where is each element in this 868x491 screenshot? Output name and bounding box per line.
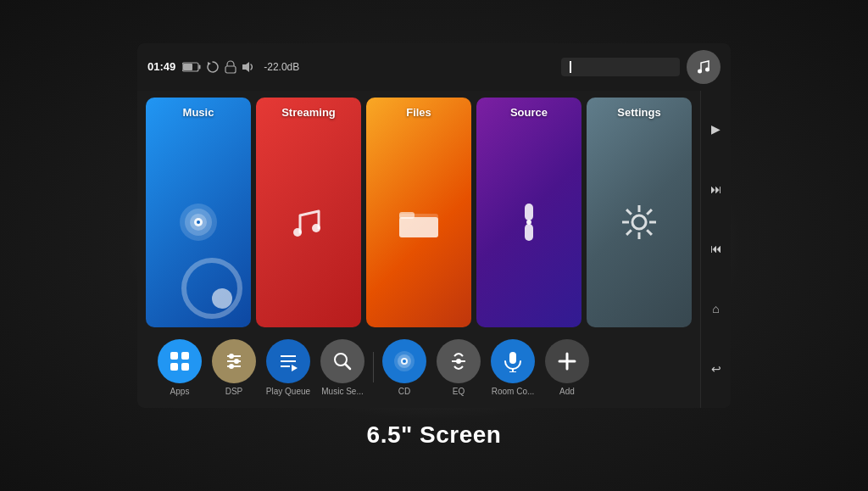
shortcut-eq-btn[interactable] <box>437 339 481 383</box>
svg-rect-18 <box>525 204 533 220</box>
shortcut-apps[interactable]: Apps <box>154 339 205 396</box>
apps-grid-icon <box>169 350 191 372</box>
shortcut-playqueue-label: Play Queue <box>266 387 310 396</box>
prev-button[interactable]: ⏮ <box>704 237 728 260</box>
play-queue-icon <box>277 350 299 372</box>
status-time: 01:49 <box>147 60 175 73</box>
svg-line-28 <box>647 230 652 235</box>
svg-point-12 <box>197 220 200 224</box>
screen-size-label: 6.5" Screen <box>367 421 502 449</box>
add-plus-icon <box>556 350 578 372</box>
svg-point-40 <box>229 364 234 369</box>
tile-settings-label: Settings <box>617 106 660 119</box>
shortcut-dsp-label: DSP <box>225 387 243 396</box>
shortcut-eq[interactable]: EQ <box>433 339 484 396</box>
shortcut-roomco-label: Room Co... <box>492 387 535 396</box>
svg-rect-34 <box>181 363 189 371</box>
svg-point-6 <box>698 69 702 73</box>
tile-files[interactable]: Files <box>366 98 471 327</box>
main-area: Music Streaming <box>137 91 731 408</box>
svg-line-30 <box>626 230 632 235</box>
shortcut-add[interactable]: Add <box>542 339 593 396</box>
sync-icon <box>206 60 220 74</box>
svg-rect-4 <box>225 66 236 73</box>
svg-marker-5 <box>242 62 249 72</box>
svg-marker-44 <box>292 365 298 371</box>
microphone-icon <box>502 350 524 372</box>
tile-music-icon-area <box>177 122 220 322</box>
svg-rect-53 <box>509 352 516 364</box>
back-button[interactable]: ↩ <box>704 357 728 381</box>
battery-icon <box>182 62 201 72</box>
shortcut-playqueue-btn[interactable] <box>266 339 310 383</box>
svg-point-50 <box>403 360 406 363</box>
tile-settings-icon-area <box>618 122 660 322</box>
svg-marker-3 <box>208 62 211 65</box>
vertical-controls: ▶ ⏭ ⏮ ⌂ ↩ <box>700 91 731 408</box>
svg-rect-32 <box>181 352 189 360</box>
shortcut-musicse[interactable]: Music Se... <box>317 339 368 396</box>
music-note-streaming-icon <box>288 202 329 243</box>
svg-rect-2 <box>199 64 201 69</box>
svg-line-27 <box>626 209 632 215</box>
search-icon <box>331 350 353 372</box>
svg-rect-33 <box>170 363 178 371</box>
shortcut-apps-label: Apps <box>170 387 190 396</box>
shortcut-cd[interactable]: CD <box>379 339 430 396</box>
shortcut-playqueue[interactable]: Play Queue <box>263 339 314 396</box>
svg-line-29 <box>647 209 652 215</box>
next-button[interactable]: ⏭ <box>704 177 728 201</box>
shortcut-dsp-btn[interactable] <box>212 339 256 383</box>
music-note-icon <box>696 59 711 75</box>
tile-source[interactable]: Source <box>476 98 581 327</box>
shortcuts-row: Apps DSP <box>146 334 692 401</box>
svg-point-13 <box>293 228 302 237</box>
shortcut-musicse-btn[interactable] <box>320 339 364 383</box>
tile-music[interactable]: Music <box>146 98 251 327</box>
tile-files-icon-area <box>398 122 440 322</box>
tile-settings[interactable]: Settings <box>587 98 692 327</box>
shortcut-apps-btn[interactable] <box>158 339 202 383</box>
search-bar[interactable] <box>561 58 680 76</box>
tiles-shortcuts-area: Music Streaming <box>137 91 700 408</box>
cd-disc-icon <box>392 349 416 373</box>
shortcut-add-btn[interactable] <box>545 339 589 383</box>
shortcut-cd-btn[interactable] <box>382 339 426 383</box>
svg-rect-31 <box>170 352 178 360</box>
tile-music-label: Music <box>183 106 214 119</box>
shortcut-roomco-btn[interactable] <box>491 339 535 383</box>
shortcut-musicse-label: Music Se... <box>321 387 363 396</box>
shortcut-roomco[interactable]: Room Co... <box>487 339 538 396</box>
shortcut-dsp[interactable]: DSP <box>209 339 259 396</box>
shortcut-cd-label: CD <box>398 387 410 396</box>
tile-source-label: Source <box>510 106 548 119</box>
lock-icon <box>225 60 236 74</box>
tile-streaming[interactable]: Streaming <box>256 98 361 327</box>
play-button[interactable]: ▶ <box>704 117 728 141</box>
status-icons: -22.0dB <box>182 60 299 74</box>
svg-point-38 <box>234 359 239 364</box>
volume-icon <box>242 60 255 74</box>
svg-rect-19 <box>525 224 533 241</box>
gear-icon <box>618 201 660 243</box>
device-frame: 01:49 -22.0dB <box>137 43 731 408</box>
tile-files-label: Files <box>406 106 431 119</box>
svg-rect-1 <box>183 64 192 70</box>
svg-point-21 <box>526 220 531 225</box>
svg-line-46 <box>346 364 351 369</box>
home-button[interactable]: ⌂ <box>704 297 728 321</box>
folder-icon <box>398 205 440 239</box>
equalizer-icon <box>448 350 470 372</box>
shortcut-add-label: Add <box>559 387 575 396</box>
vinyl-icon <box>177 201 220 243</box>
music-button[interactable] <box>687 50 721 84</box>
tile-source-icon-area <box>512 122 546 322</box>
svg-point-36 <box>229 354 234 359</box>
svg-point-22 <box>632 215 646 229</box>
source-connector-icon <box>512 202 546 243</box>
svg-rect-17 <box>399 212 415 219</box>
dsp-sliders-icon <box>223 350 245 372</box>
volume-value: -22.0dB <box>264 61 299 73</box>
tiles-row: Music Streaming <box>146 98 692 327</box>
svg-rect-16 <box>399 217 438 237</box>
